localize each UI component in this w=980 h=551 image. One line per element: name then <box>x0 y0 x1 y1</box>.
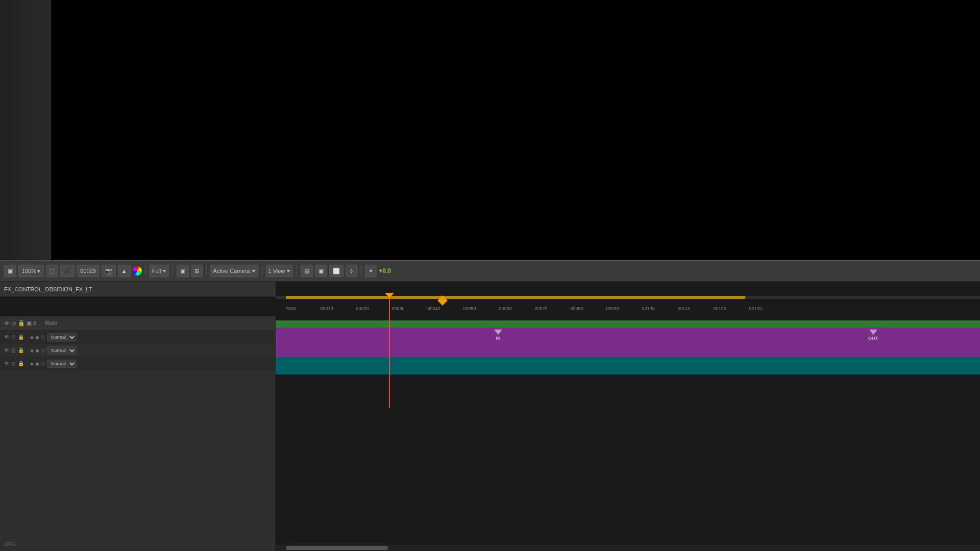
eye-icon[interactable]: 👁 <box>4 347 9 353</box>
zoom-label: 100% <box>22 268 36 274</box>
layout4-icon: ⊹ <box>349 268 354 274</box>
lock-header-icon[interactable]: 🔒 <box>18 320 25 327</box>
ruler-mark-110: 00110 <box>677 306 690 311</box>
3d-icon[interactable]: ⬡ <box>41 348 45 353</box>
active-camera-label: Active Camera <box>213 268 250 274</box>
left-panel <box>0 0 51 260</box>
layer-row: 👁 ◎ 🔒 ◈ ◉ ⬡ Normal <box>0 331 275 344</box>
green-track[interactable] <box>276 320 980 328</box>
snapshot-icon: 📷 <box>105 268 112 274</box>
blur-icon[interactable]: ◉ <box>35 348 39 353</box>
solo-icon[interactable]: ◎ <box>11 334 16 340</box>
ruler-mark-20: 00020 <box>356 306 369 311</box>
layer-mode-select-3[interactable]: Normal <box>47 360 77 368</box>
star-icon: ✦ <box>369 268 373 274</box>
layer-header: 👁 ◎ 🔒 ▣ # Mode <box>0 316 275 331</box>
film-icon: ▣ <box>8 268 13 274</box>
toolbar-separator-2 <box>173 265 173 277</box>
blur-icon[interactable]: ◉ <box>35 335 39 340</box>
ruler-mark-10: 00010 <box>320 306 333 311</box>
toolbar-separator-5 <box>297 265 297 277</box>
playhead-head <box>385 293 394 298</box>
toolbar-separator-1 <box>145 265 146 277</box>
view-count-label: 1 View <box>268 268 285 274</box>
zoom-dropdown-icon: ▾ <box>37 268 40 274</box>
view-chevron-icon <box>286 270 290 272</box>
out-marker-label: OUT <box>868 336 878 341</box>
color-wheel-btn[interactable] <box>133 266 142 276</box>
layout2-icon: ▣ <box>318 268 324 274</box>
camera-icon: ⬛ <box>64 268 71 274</box>
solo-icon[interactable]: ◎ <box>11 361 16 366</box>
frame-display: 00029 <box>80 268 96 274</box>
layer-mode-select-2[interactable]: Normal <box>47 346 77 355</box>
work-area-bar[interactable] <box>276 296 980 299</box>
toolbar: ▣ 100% ▾ ⬚ ⬛ 00029 📷 ▲ Full ▣ ⊞ Active C… <box>0 260 980 282</box>
layer-mode-select-1[interactable]: Normal <box>47 333 77 341</box>
ruler-mark-50: 00050 <box>463 306 476 311</box>
eye-header-icon[interactable]: 👁 <box>4 320 10 327</box>
ruler-mark-130: 00130 <box>749 306 762 311</box>
layout4-btn[interactable]: ⊹ <box>346 265 357 277</box>
out-marker-triangle <box>869 330 877 335</box>
camera-icon-btn[interactable]: ⬛ <box>60 265 75 277</box>
in-marker-triangle <box>494 330 502 335</box>
triangle-icon: ▲ <box>121 268 127 274</box>
grid-icon: ⊞ <box>194 268 199 274</box>
fx-icon[interactable]: ◈ <box>30 361 34 366</box>
active-camera-dropdown[interactable]: Active Camera <box>210 265 258 277</box>
mode-header-label: Mode <box>44 320 57 326</box>
number-header-icon[interactable]: # <box>33 320 36 327</box>
label-header-icon[interactable]: ▣ <box>27 320 32 327</box>
lock-icon[interactable]: 🔒 <box>18 334 24 340</box>
time-display-btn[interactable]: 00029 <box>77 265 100 277</box>
fx-icon[interactable]: ◈ <box>30 335 34 340</box>
expand-btn[interactable]: ⬚ <box>46 265 58 277</box>
view-count-dropdown[interactable]: 1 View <box>266 265 293 277</box>
work-area-filled <box>286 296 745 299</box>
ruler-mark-60: 00060 <box>499 306 511 311</box>
star-btn[interactable]: ✦ <box>365 265 377 277</box>
3d-icon[interactable]: ⬡ <box>41 361 45 366</box>
resolution-chevron-icon <box>162 270 166 272</box>
layout1-icon: ▤ <box>304 268 309 274</box>
ruler-mark-30: 00030 <box>391 306 404 311</box>
lock-icon[interactable]: 🔒 <box>18 361 24 366</box>
solo-icon[interactable]: ◎ <box>11 347 16 353</box>
zoom-level-btn[interactable]: 100% ▾ <box>18 265 44 277</box>
eye-icon[interactable]: 👁 <box>4 361 9 366</box>
grid-btn[interactable]: ⊞ <box>191 265 203 277</box>
teal-track[interactable] <box>276 357 980 374</box>
layer-row: 👁 ◎ 🔒 ◈ ◉ ⬡ Normal <box>0 344 275 357</box>
lock-icon[interactable]: 🔒 <box>18 347 24 353</box>
3d-icon[interactable]: ⬡ <box>41 335 45 340</box>
solo-header-icon[interactable]: ◎ <box>11 320 16 327</box>
layout3-btn[interactable]: ⬜ <box>329 265 344 277</box>
comp-name-label: FX_CONTROL_OBSIDION_FX_LT <box>4 286 92 292</box>
playhead[interactable] <box>389 296 390 408</box>
ruler-mark-100: 00100 <box>642 306 654 311</box>
comp-name-tab[interactable]: FX_CONTROL_OBSIDION_FX_LT <box>0 282 276 297</box>
ruler-mark-0: 0000 <box>286 306 296 311</box>
timeline-scrollbar[interactable] <box>276 545 980 551</box>
view-toggle-btn[interactable]: ▣ <box>177 265 189 277</box>
out-marker[interactable]: OUT <box>868 330 878 341</box>
scrollbar-thumb[interactable] <box>286 546 388 550</box>
triangle-icon-btn[interactable]: ▲ <box>118 265 131 277</box>
ruler-mark-80: 00080 <box>570 306 583 311</box>
resolution-dropdown[interactable]: Full <box>150 265 169 277</box>
tracks-area: IN OUT <box>276 316 980 551</box>
fx-icon[interactable]: ◈ <box>30 348 34 353</box>
layer-switches: ◈ ◉ ⬡ <box>30 348 45 353</box>
preview-canvas <box>51 0 980 260</box>
eye-icon[interactable]: 👁 <box>4 334 9 340</box>
snapshot-btn[interactable]: 📷 <box>102 265 116 277</box>
in-marker[interactable]: IN <box>494 330 502 341</box>
blur-icon[interactable]: ◉ <box>35 361 39 366</box>
layout1-btn[interactable]: ▤ <box>301 265 313 277</box>
view-toggle-icon: ▣ <box>180 268 185 274</box>
ruler-mark-120: 00120 <box>713 306 726 311</box>
layout2-btn[interactable]: ▣ <box>315 265 327 277</box>
film-icon-btn[interactable]: ▣ <box>4 265 16 277</box>
timeline-ruler-labels: 0000 00010 00020 00030 00040 00050 00060… <box>276 302 980 315</box>
